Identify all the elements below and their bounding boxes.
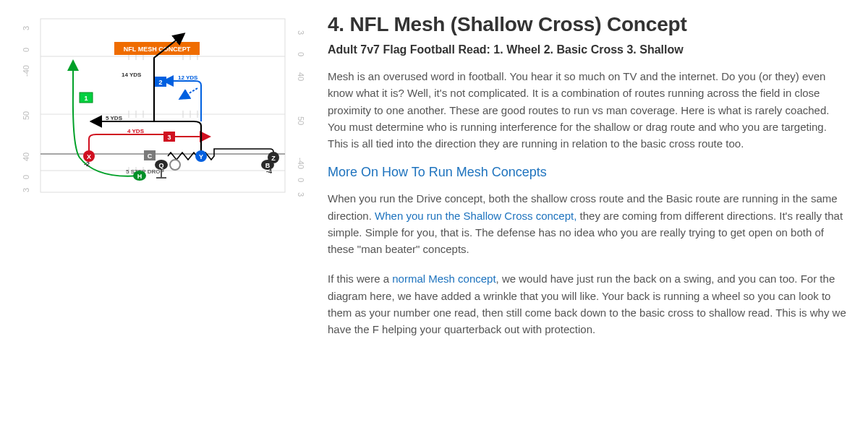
yard-num: 50 [297,116,305,125]
player-3: 3 [167,134,171,141]
yard-num: 40 [22,153,30,161]
player-x: X [87,153,91,160]
p3a-text: If this were a [328,272,392,285]
yard-num: -40 [22,65,30,77]
player-1: 1 [84,95,88,102]
yard-num: 40 [297,72,305,81]
yard-num: 0 [22,48,30,52]
diagram-column: 3 0 -40 50 40 0 3 3 0 40 50 -40 0 3 NFL … [20,13,306,412]
yard-num: 3 [297,30,305,35]
yds-14: 14 YDS [122,72,142,78]
shallow-cross-link[interactable]: When you run the Shallow Cross concept, [375,210,576,222]
yard-num: 0 [297,52,305,56]
paragraph-2: When you run the Drive concept, both the… [328,190,848,257]
yds-12: 12 YDS [178,74,198,81]
article-heading: 4. NFL Mesh (Shallow Cross) Concept [328,13,848,36]
article-subheading: Adult 7v7 Flag Football Read: 1. Wheel 2… [328,43,848,56]
paragraph-3: If this were a normal Mesh concept, we w… [328,270,848,338]
yard-num: -40 [297,158,305,169]
player-h: H [137,173,142,180]
yds-5: 5 YDS [106,115,123,121]
paragraph-1: Mesh is an overused word in football. Yo… [328,68,848,152]
yard-num: 0 [297,178,305,182]
normal-mesh-link[interactable]: normal Mesh concept [392,272,495,285]
player-c: C [148,153,153,160]
play-diagram: 3 0 -40 50 40 0 3 3 0 40 50 -40 0 3 NFL … [20,13,306,197]
player-2: 2 [158,79,162,86]
player-b: B [265,162,271,169]
player-z: Z [271,155,276,162]
yard-num: 0 [22,175,30,179]
yard-num: 3 [22,26,30,30]
article-column: 4. NFL Mesh (Shallow Cross) Concept Adul… [328,13,848,412]
yard-num: 3 [297,192,305,197]
yard-num: 3 [22,188,30,192]
yard-num: 50 [22,111,30,120]
player-q: Q [158,162,163,169]
player-y: Y [199,153,203,160]
concept-badge-text: NFL MESH CONCEPT [124,46,191,53]
mesh-concepts-link[interactable]: More On How To Run Mesh Concepts [328,165,547,179]
yds-4: 4 YDS [127,128,145,134]
